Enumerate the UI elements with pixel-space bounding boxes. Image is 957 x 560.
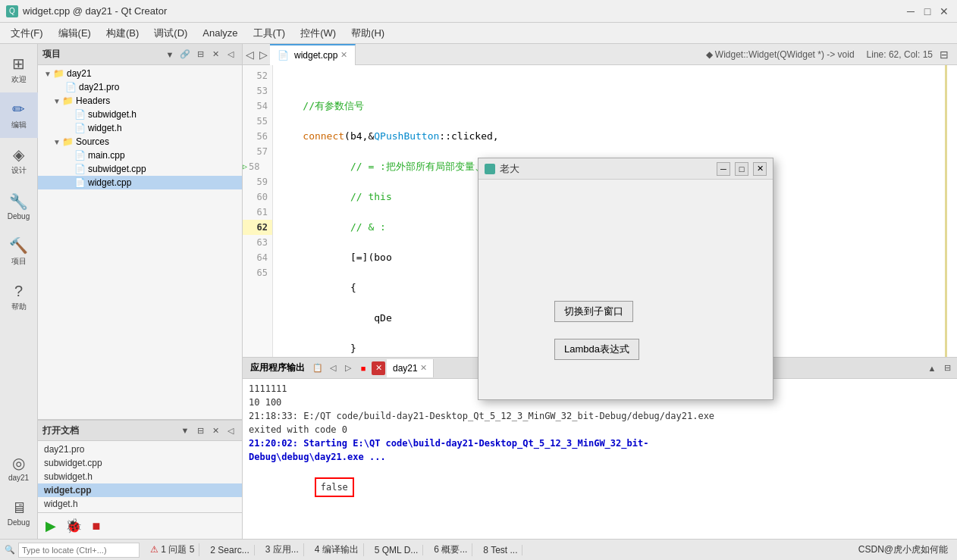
output-line-7: Debug\debug\day21.exe ... xyxy=(249,450,951,464)
output-close[interactable]: ✕ xyxy=(372,361,385,375)
menu-help[interactable]: 帮助(H) xyxy=(344,23,392,43)
panel-arrow-left[interactable]: ◁ xyxy=(224,48,237,61)
sidebar-item-debugrun[interactable]: 🖥 Debug xyxy=(0,490,38,536)
popup-lambda-button[interactable]: Lambda表达式 xyxy=(554,339,639,360)
output-content[interactable]: 1111111 10 100 21:18:33: E:/QT code/buil… xyxy=(243,379,957,539)
editor-split-btn[interactable]: ⊟ xyxy=(937,48,951,61)
menu-edit[interactable]: 编辑(E) xyxy=(51,23,99,43)
status-problems[interactable]: ⚠ 1 问题 5 xyxy=(146,543,199,556)
open-file-subwidgetcpp[interactable]: subwidget.cpp xyxy=(38,456,242,470)
open-files-header: 打开文档 ▼ ⊟ ✕ ◁ xyxy=(38,420,242,441)
popup-maximize[interactable]: □ xyxy=(735,162,748,176)
tree-node-maincpp[interactable]: 📄 main.cpp xyxy=(38,149,242,162)
day21-label: day21 xyxy=(8,474,29,482)
collapse-button[interactable]: ⊟ xyxy=(193,48,207,61)
open-files-panel: 打开文档 ▼ ⊟ ✕ ◁ day21.pro subwidget.cpp sub… xyxy=(38,419,242,539)
maximize-button[interactable]: □ xyxy=(921,5,934,18)
window-title: widget.cpp @ day21 - Qt Creator xyxy=(23,5,899,17)
project-panel-toolbar: ▼ 🔗 ⊟ ✕ ◁ xyxy=(163,48,237,61)
open-file-label-widgeth: widget.h xyxy=(44,499,78,509)
close-button[interactable]: ✕ xyxy=(937,5,951,18)
popup-switch-button[interactable]: 切换到子窗口 xyxy=(554,301,633,322)
line-num-56: 56 xyxy=(243,129,272,144)
output-nav-right[interactable]: ▷ xyxy=(341,361,355,375)
tree-node-subwidgetcpp[interactable]: 📄 subwidget.cpp xyxy=(38,162,242,176)
tree-node-widgeth[interactable]: 📄 widget.h xyxy=(38,121,242,135)
output-tab-day21[interactable]: day21 ✕ xyxy=(387,359,434,377)
menu-build[interactable]: 构建(B) xyxy=(99,23,146,43)
popup-minimize[interactable]: ─ xyxy=(717,162,730,176)
open-file-label-subwidgeth: subwidget.h xyxy=(44,471,93,482)
open-files-title: 打开文档 xyxy=(42,424,79,437)
debug-run-button[interactable]: 🐞 xyxy=(64,516,83,536)
sidebar-item-help[interactable]: ? 帮助 xyxy=(0,274,38,320)
menu-bar: 文件(F) 编辑(E) 构建(B) 调试(D) Analyze 工具(T) 控件… xyxy=(0,23,957,44)
tree-node-subwidgeth[interactable]: 📄 subwidget.h xyxy=(38,108,242,121)
menu-debug[interactable]: 调试(D) xyxy=(146,23,195,43)
menu-analyze[interactable]: Analyze xyxy=(195,24,245,42)
popup-close[interactable]: ✕ xyxy=(753,162,767,176)
status-test[interactable]: 8 Test ... xyxy=(478,545,522,555)
type-to-locate[interactable]: 🔍 xyxy=(5,543,140,558)
line-num-54: 54 xyxy=(243,99,272,114)
sidebar-item-design[interactable]: ◈ 设计 xyxy=(0,138,38,183)
output-line-3: 21:18:33: E:/QT code/build-day21-Desktop… xyxy=(249,409,951,423)
status-qml[interactable]: 5 QML D... xyxy=(370,545,424,555)
editor-tab-close[interactable]: ✕ xyxy=(340,50,347,60)
open-files-close[interactable]: ✕ xyxy=(209,424,222,437)
editor-tab-widgetcpp[interactable]: 📄 widget.cpp ✕ xyxy=(270,44,356,65)
tree-node-day21pro[interactable]: 📄 day21.pro xyxy=(38,80,242,94)
sidebar-item-debug[interactable]: 🔧 Debug xyxy=(0,183,38,229)
output-toolbar-icon[interactable]: 📋 xyxy=(311,361,325,375)
code-line-53: //有参数信号 xyxy=(279,99,951,114)
tree-node-widgetcpp[interactable]: 📄 widget.cpp xyxy=(38,176,242,189)
link-button[interactable]: 🔗 xyxy=(178,48,192,61)
sidebar-item-edit[interactable]: ✏ 编辑 xyxy=(0,92,38,138)
status-search[interactable]: 2 Searc... xyxy=(206,545,254,555)
status-overview[interactable]: 6 概要... xyxy=(429,543,472,556)
open-files-arrow[interactable]: ◁ xyxy=(224,424,237,437)
locate-input[interactable] xyxy=(18,543,140,558)
folder-icon-sources: 📁 xyxy=(62,136,74,147)
close-panel-button[interactable]: ✕ xyxy=(209,48,222,61)
open-files-options[interactable]: ▼ xyxy=(178,424,192,437)
project-panel-title: 项目 xyxy=(42,48,61,61)
open-file-subwidgeth[interactable]: subwidget.h xyxy=(38,470,242,483)
tree-arrow-day21: ▼ xyxy=(44,70,53,78)
output-nav-left[interactable]: ◁ xyxy=(326,361,340,375)
design-label: 设计 xyxy=(11,165,27,176)
run-button[interactable]: ▶ xyxy=(41,516,61,536)
project-label: 项目 xyxy=(11,256,27,267)
tree-node-headers[interactable]: ▼ 📁 Headers xyxy=(38,94,242,108)
output-stop[interactable]: ■ xyxy=(356,361,370,375)
tree-node-sources[interactable]: ▼ 📁 Sources xyxy=(38,135,242,149)
project-tree: ▼ 📁 day21 📄 day21.pro ▼ 📁 Headers 📄 subw… xyxy=(38,65,242,419)
sidebar-item-welcome[interactable]: ⊞ 欢迎 xyxy=(0,47,38,92)
popup-title-label: 老大 xyxy=(500,162,712,176)
status-search-label: 2 Searc... xyxy=(210,545,249,555)
menu-file[interactable]: 文件(F) xyxy=(3,23,51,43)
open-file-widgetcpp[interactable]: widget.cpp xyxy=(38,483,242,497)
status-bar: 🔍 ⚠ 1 问题 5 2 Searc... 3 应用... 4 编译输出 5 Q… xyxy=(0,539,957,560)
open-file-day21pro[interactable]: day21.pro xyxy=(38,443,242,456)
sidebar-item-project[interactable]: 🔨 项目 xyxy=(0,229,38,274)
output-arrow-up[interactable]: ▲ xyxy=(925,361,939,375)
open-file-widgeth[interactable]: widget.h xyxy=(38,497,242,511)
open-files-collapse[interactable]: ⊟ xyxy=(193,424,207,437)
output-tab-close[interactable]: ✕ xyxy=(420,363,427,373)
filter-button[interactable]: ▼ xyxy=(163,48,177,61)
output-arrow-panel[interactable]: ⊟ xyxy=(940,361,954,375)
menu-tools[interactable]: 工具(T) xyxy=(246,23,293,43)
sidebar-item-day21[interactable]: ◎ day21 xyxy=(0,445,38,490)
tree-label-subwidgeth: subwidget.h xyxy=(88,109,136,120)
tree-node-day21[interactable]: ▼ 📁 day21 xyxy=(38,67,242,80)
open-file-label-widgetcpp: widget.cpp xyxy=(44,485,92,496)
stop-button[interactable]: ■ xyxy=(86,516,106,536)
minimize-button[interactable]: ─ xyxy=(904,5,918,18)
line-col-info: Line: 62, Col: 15 xyxy=(867,49,933,60)
tab-nav-right[interactable]: ▷ xyxy=(256,48,270,61)
menu-widgets[interactable]: 控件(W) xyxy=(293,23,344,43)
status-compile[interactable]: 4 编译输出 xyxy=(310,543,364,556)
tab-nav-left[interactable]: ◁ xyxy=(243,48,256,61)
status-app-output[interactable]: 3 应用... xyxy=(261,543,304,556)
